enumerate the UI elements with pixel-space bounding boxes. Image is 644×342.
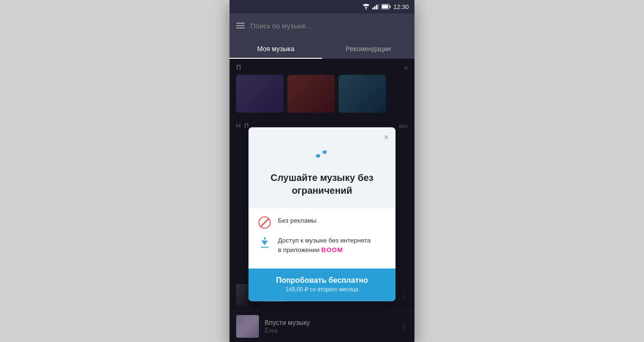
phone-frame: 12:30 Поиск по музыке… Моя музыка Рекоме… xyxy=(230,0,414,342)
left-bg xyxy=(0,0,230,342)
tab-my-music[interactable]: Моя музыка xyxy=(230,38,322,59)
feature-icon-download xyxy=(258,236,271,249)
cta-sub-text: 149,00 ₽ со второго месяца xyxy=(258,286,386,293)
cta-main-text: Попробовать бесплатно xyxy=(258,276,386,285)
dialog-features: Без рекламы Доступ к музыке без и xyxy=(248,208,396,269)
svg-rect-7 xyxy=(390,6,391,8)
svg-rect-8 xyxy=(382,5,388,9)
signal-icon xyxy=(372,4,379,9)
svg-point-1 xyxy=(366,9,367,9)
download-arrow xyxy=(261,241,268,245)
download-stem xyxy=(264,237,266,240)
page-background: 12:30 Поиск по музыке… Моя музыка Рекоме… xyxy=(0,0,644,342)
main-content: П е Н П ator xyxy=(230,59,414,342)
status-time: 12:30 xyxy=(393,3,409,10)
search-placeholder[interactable]: Поиск по музыке… xyxy=(250,22,408,30)
svg-rect-3 xyxy=(374,6,376,9)
battery-icon xyxy=(381,4,391,9)
download-icon xyxy=(259,237,270,248)
no-ads-icon xyxy=(258,216,271,229)
feature-item-no-ads: Без рекламы xyxy=(258,216,386,229)
dialog-top: × Слушайте музыку без ограничений xyxy=(248,127,396,208)
cta-button[interactable]: Попробовать бесплатно 149,00 ₽ со второг… xyxy=(248,269,396,301)
wifi-icon xyxy=(362,4,370,9)
dialog-title: Слушайте музыку без ограничений xyxy=(258,171,386,197)
tab-my-music-label: Моя музыка xyxy=(257,45,294,53)
feature-item-download: Доступ к музыке без интернетав приложени… xyxy=(258,236,386,254)
feature-icon-no-ads xyxy=(258,216,271,229)
tab-recommendations-label: Рекомендации xyxy=(346,45,391,53)
status-bar: 12:30 xyxy=(230,0,414,13)
svg-rect-4 xyxy=(376,5,377,9)
feature-text-no-ads: Без рекламы xyxy=(278,216,316,225)
svg-rect-2 xyxy=(372,8,374,9)
svg-marker-0 xyxy=(365,7,368,9)
feature-text-download: Доступ к музыке без интернетав приложени… xyxy=(278,236,371,254)
subscription-dialog: × Слушайте музыку без ограничений xyxy=(248,127,396,301)
download-base xyxy=(261,247,268,248)
svg-rect-5 xyxy=(378,4,379,9)
tabs-bar: Моя музыка Рекомендации xyxy=(230,38,414,59)
music-note-icon xyxy=(258,141,386,166)
dialog-close-button[interactable]: × xyxy=(384,133,389,142)
right-bg xyxy=(414,0,644,342)
hamburger-icon[interactable] xyxy=(236,23,245,28)
boom-logo: BOOM xyxy=(322,246,343,253)
search-bar: Поиск по музыке… xyxy=(230,13,414,38)
status-icons: 12:30 xyxy=(362,3,409,10)
tab-recommendations[interactable]: Рекомендации xyxy=(322,38,414,59)
